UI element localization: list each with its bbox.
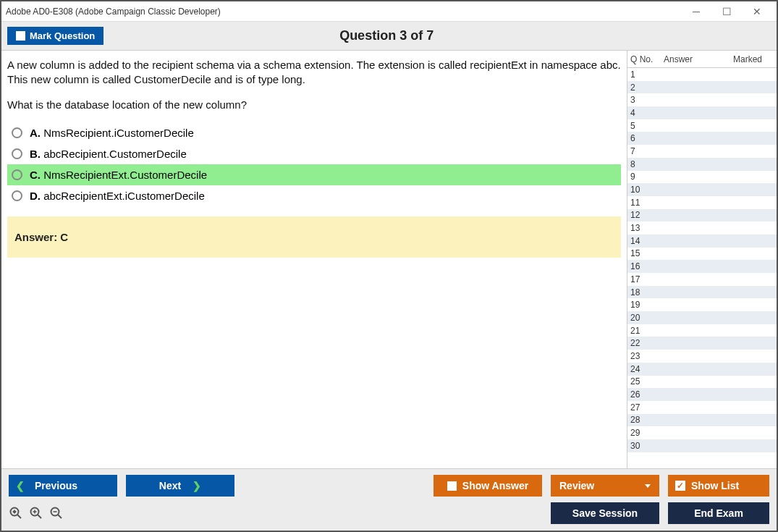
question-list-row[interactable]: 9: [627, 171, 777, 184]
question-list-row[interactable]: 7: [627, 145, 777, 158]
header-row: Mark Question Question 3 of 7: [1, 22, 777, 51]
review-button[interactable]: Review: [551, 475, 659, 497]
zoom-in-icon[interactable]: [29, 506, 43, 520]
window-title: Adobe AD0-E308 (Adobe Campaign Classic D…: [6, 7, 681, 17]
question-number: 20: [630, 313, 661, 323]
zoom-controls: [9, 506, 64, 520]
question-list-row[interactable]: 6: [627, 132, 777, 145]
question-number: 14: [630, 236, 661, 246]
question-list-row[interactable]: 27: [627, 401, 777, 414]
question-number: 24: [630, 364, 661, 374]
question-text: A new column is added to the recipient s…: [7, 58, 621, 112]
maximize-button[interactable]: ☐: [711, 2, 742, 21]
option-letter: D.: [30, 190, 43, 202]
question-number: 7: [630, 146, 661, 156]
question-list-row[interactable]: 17: [627, 273, 777, 286]
question-list-row[interactable]: 1: [627, 68, 777, 81]
zoom-reset-icon[interactable]: [9, 506, 23, 520]
svg-line-6: [38, 515, 41, 518]
show-list-button[interactable]: ✓ Show List: [668, 475, 769, 497]
question-list-row[interactable]: 8: [627, 158, 777, 171]
question-list-row[interactable]: 22: [627, 337, 777, 350]
question-list-row[interactable]: 23: [627, 350, 777, 363]
question-list-row[interactable]: 20: [627, 311, 777, 324]
previous-button[interactable]: ❮ Previous: [9, 475, 117, 497]
svg-line-1: [17, 515, 21, 518]
show-list-label: Show List: [691, 480, 739, 491]
option-text: B. abcRecipient.CustomerDecile: [30, 148, 187, 160]
options-list: A. NmsRecipient.iCustomerDecileB. abcRec…: [7, 122, 621, 206]
option-row[interactable]: A. NmsRecipient.iCustomerDecile: [7, 122, 621, 143]
question-list-row[interactable]: 19: [627, 298, 777, 311]
question-number: 10: [630, 185, 661, 195]
radio-icon[interactable]: [12, 148, 22, 159]
end-exam-button[interactable]: End Exam: [668, 502, 769, 524]
question-list-row[interactable]: 13: [627, 221, 777, 235]
question-list-row[interactable]: 14: [627, 235, 777, 248]
question-list-row[interactable]: 21: [627, 324, 777, 337]
save-session-button[interactable]: Save Session: [551, 502, 659, 524]
col-qno-header: Q No.: [627, 51, 661, 67]
side-header: Q No. Answer Marked: [627, 51, 777, 68]
question-list-row[interactable]: 15: [627, 248, 777, 261]
option-row[interactable]: B. abcRecipient.CustomerDecile: [7, 143, 621, 164]
question-number: 19: [630, 300, 661, 310]
radio-icon[interactable]: [12, 190, 22, 201]
question-number: 21: [630, 326, 661, 336]
caret-down-icon: [645, 484, 651, 488]
option-row[interactable]: D. abcRecipientExt.iCustomerDecile: [7, 185, 621, 206]
question-list-row[interactable]: 5: [627, 119, 777, 132]
question-list-row[interactable]: 4: [627, 106, 777, 119]
question-list-row[interactable]: 10: [627, 183, 777, 196]
question-number: 8: [630, 159, 661, 169]
previous-label: Previous: [35, 480, 77, 491]
option-text: D. abcRecipientExt.iCustomerDecile: [30, 190, 205, 202]
question-number: 28: [630, 415, 661, 425]
window: Adobe AD0-E308 (Adobe Campaign Classic D…: [0, 0, 778, 532]
question-list-row[interactable]: 25: [627, 376, 777, 389]
option-row[interactable]: C. NmsRecipientExt.CustomerDecile: [7, 164, 621, 185]
question-number: 9: [630, 172, 661, 182]
question-number: 4: [630, 108, 661, 118]
question-list-row[interactable]: 18: [627, 286, 777, 299]
chevron-left-icon: ❮: [16, 480, 25, 491]
radio-icon[interactable]: [12, 127, 22, 138]
question-counter: Question 3 of 7: [2, 28, 771, 43]
option-value: NmsRecipient.iCustomerDecile: [43, 127, 194, 139]
question-list[interactable]: 1234567891011121314151617181920212223242…: [627, 68, 777, 468]
checkbox-checked-icon: ✓: [675, 481, 685, 491]
question-list-row[interactable]: 12: [627, 209, 777, 222]
question-number: 16: [630, 261, 661, 271]
show-answer-button[interactable]: Show Answer: [434, 475, 542, 497]
answer-label: Answer: C: [14, 231, 68, 243]
question-list-row[interactable]: 24: [627, 363, 777, 376]
question-number: 3: [630, 95, 661, 105]
option-text: A. NmsRecipient.iCustomerDecile: [30, 127, 194, 139]
question-list-row[interactable]: 29: [627, 426, 777, 439]
next-button[interactable]: Next ❯: [126, 475, 234, 497]
question-number: 22: [630, 338, 661, 348]
question-list-row[interactable]: 3: [627, 93, 777, 106]
question-list-row[interactable]: 28: [627, 414, 777, 427]
main-pane: A new column is added to the recipient s…: [1, 51, 627, 468]
question-list-row[interactable]: 11: [627, 196, 777, 209]
question-number: 1: [630, 69, 661, 80]
question-number: 30: [630, 441, 661, 451]
question-number: 5: [630, 121, 661, 131]
radio-icon[interactable]: [12, 169, 22, 180]
close-button[interactable]: ✕: [742, 2, 772, 21]
zoom-out-icon[interactable]: [49, 506, 64, 520]
footer-row-1: ❮ Previous Next ❯ Show Answer Review ✓ S…: [9, 475, 769, 497]
question-list-row[interactable]: 30: [627, 439, 777, 452]
question-list-row[interactable]: 2: [627, 81, 777, 94]
window-controls: ─ ☐ ✕: [681, 2, 772, 21]
save-session-label: Save Session: [572, 507, 638, 519]
option-letter: A.: [30, 127, 43, 139]
question-list-row[interactable]: 26: [627, 388, 777, 401]
minimize-button[interactable]: ─: [681, 2, 711, 21]
question-list-row[interactable]: 16: [627, 260, 777, 273]
question-para-1: A new column is added to the recipient s…: [7, 58, 621, 88]
question-number: 18: [630, 287, 661, 297]
question-number: 25: [630, 376, 661, 387]
question-number: 12: [630, 210, 661, 220]
